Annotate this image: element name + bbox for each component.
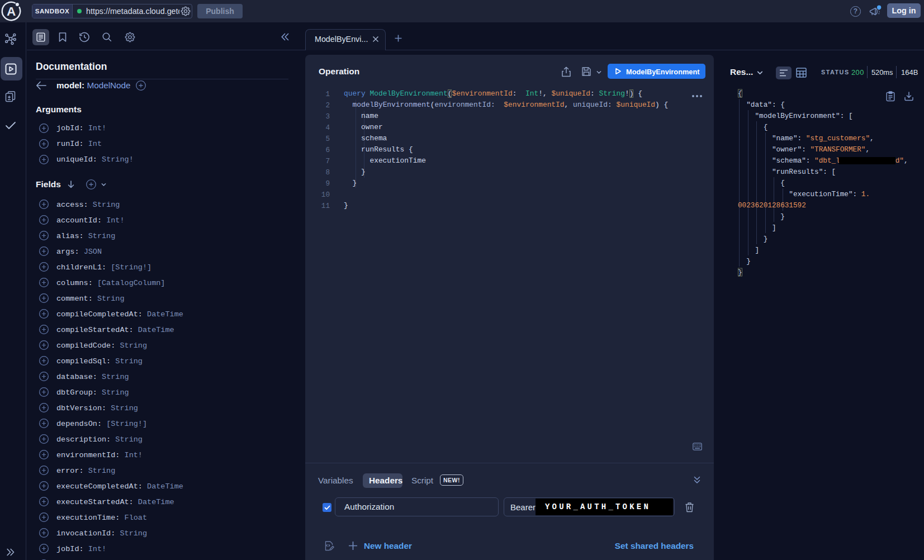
svg-text:A: A [7,4,16,18]
